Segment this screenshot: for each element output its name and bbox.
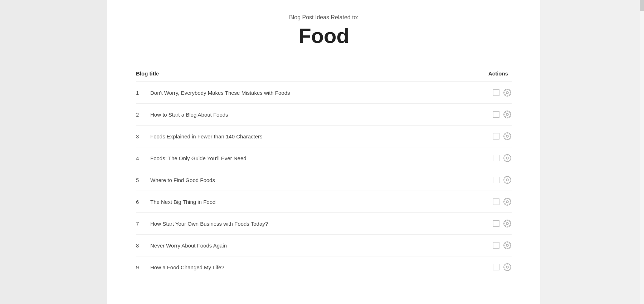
row-number: 8 (136, 242, 150, 249)
gear-icon[interactable] (503, 154, 512, 162)
table-row: 1 Don't Worry, Everybody Makes These Mis… (136, 82, 512, 104)
blog-title-column-header: Blog title (136, 70, 159, 77)
row-actions (493, 197, 512, 206)
row-title: How a Food Changed My Life? (150, 264, 493, 270)
row-actions (493, 219, 512, 228)
row-checkbox[interactable] (493, 111, 499, 118)
gear-icon[interactable] (503, 88, 512, 97)
scrollbar-thumb[interactable] (640, 0, 644, 11)
row-checkbox[interactable] (493, 155, 499, 161)
gear-icon[interactable] (503, 197, 512, 206)
row-actions (493, 241, 512, 250)
row-title: Where to Find Good Foods (150, 177, 493, 183)
svg-point-1 (506, 92, 508, 94)
gear-icon[interactable] (503, 219, 512, 228)
svg-point-17 (506, 266, 508, 268)
gear-icon[interactable] (503, 263, 512, 271)
row-number: 4 (136, 155, 150, 161)
table-row: 3 Foods Explained in Fewer than 140 Char… (136, 126, 512, 147)
table-row: 6 The Next Big Thing in Food (136, 191, 512, 213)
table-row: 7 How Start Your Own Business with Foods… (136, 213, 512, 235)
row-checkbox[interactable] (493, 89, 499, 96)
svg-point-15 (506, 244, 508, 246)
svg-point-11 (506, 201, 508, 203)
row-actions (493, 154, 512, 162)
svg-point-7 (506, 157, 508, 159)
row-title: The Next Big Thing in Food (150, 199, 493, 205)
row-checkbox[interactable] (493, 264, 499, 270)
row-checkbox[interactable] (493, 133, 499, 139)
row-checkbox[interactable] (493, 198, 499, 205)
row-checkbox[interactable] (493, 242, 499, 249)
row-actions (493, 88, 512, 97)
row-number: 6 (136, 199, 150, 205)
svg-point-9 (506, 179, 508, 181)
page-title: Food (136, 24, 512, 48)
row-number: 5 (136, 177, 150, 183)
gear-icon[interactable] (503, 176, 512, 184)
actions-column-header: Actions (488, 70, 508, 77)
page-subtitle: Blog Post Ideas Related to: (136, 14, 512, 21)
row-number: 2 (136, 112, 150, 118)
left-sidebar (0, 0, 107, 304)
table-row: 9 How a Food Changed My Life? (136, 256, 512, 278)
table-row: 8 Never Worry About Foods Again (136, 235, 512, 256)
row-number: 7 (136, 221, 150, 227)
row-checkbox[interactable] (493, 177, 499, 183)
svg-point-5 (506, 135, 508, 137)
row-checkbox[interactable] (493, 220, 499, 227)
scrollbar-track[interactable] (640, 0, 644, 304)
row-title: Don't Worry, Everybody Makes These Mista… (150, 90, 493, 96)
row-number: 1 (136, 90, 150, 96)
row-actions (493, 176, 512, 184)
svg-point-3 (506, 113, 508, 116)
table-header: Blog title Actions (136, 65, 512, 82)
row-title: How Start Your Own Business with Foods T… (150, 221, 493, 227)
gear-icon[interactable] (503, 110, 512, 119)
blog-rows-container: 1 Don't Worry, Everybody Makes These Mis… (136, 82, 512, 278)
row-title: Never Worry About Foods Again (150, 242, 493, 249)
row-actions (493, 132, 512, 141)
main-content: Blog Post Ideas Related to: Food Blog ti… (107, 0, 540, 304)
row-title: Foods: The Only Guide You'll Ever Need (150, 155, 493, 161)
row-number: 9 (136, 264, 150, 270)
table-row: 2 How to Start a Blog About Foods (136, 104, 512, 126)
row-actions (493, 263, 512, 271)
gear-icon[interactable] (503, 132, 512, 141)
row-number: 3 (136, 133, 150, 139)
table-row: 4 Foods: The Only Guide You'll Ever Need (136, 147, 512, 169)
table-row: 5 Where to Find Good Foods (136, 169, 512, 191)
row-actions (493, 110, 512, 119)
svg-point-13 (506, 222, 508, 225)
row-title: How to Start a Blog About Foods (150, 112, 493, 118)
row-title: Foods Explained in Fewer than 140 Charac… (150, 133, 493, 139)
right-sidebar (540, 0, 644, 304)
gear-icon[interactable] (503, 241, 512, 250)
